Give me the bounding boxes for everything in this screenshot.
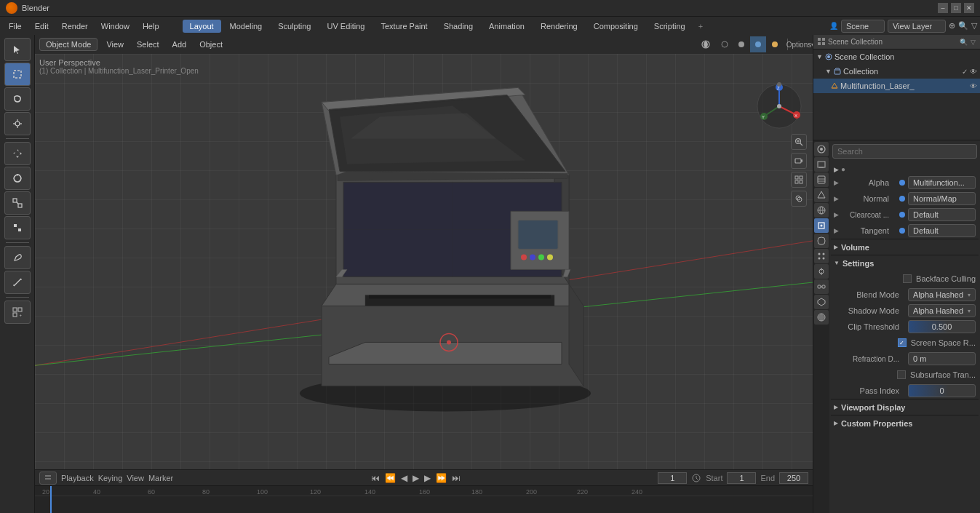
transform2-btn[interactable] bbox=[4, 216, 31, 239]
blend-mode-dropdown[interactable]: Alpha Hashed ▾ bbox=[908, 288, 976, 301]
marker-label[interactable]: Marker bbox=[148, 474, 173, 482]
workspace-texture-paint[interactable]: Texture Paint bbox=[373, 20, 434, 33]
object-menu-btn[interactable]: Object bbox=[195, 39, 227, 50]
custom-props-header[interactable]: ▶ Custom Properties bbox=[831, 415, 979, 431]
prop-tab-physics[interactable] bbox=[814, 264, 829, 279]
collection-row-item[interactable]: ▼ Collection ✓ 👁 bbox=[813, 64, 980, 79]
clearcoat-expand-arrow[interactable]: ▶ bbox=[834, 211, 842, 218]
prop-tab-modifiers[interactable] bbox=[814, 234, 829, 248]
jump-end-btn[interactable]: ⏭ bbox=[450, 472, 462, 485]
measure-btn[interactable] bbox=[4, 271, 31, 294]
end-frame-input[interactable] bbox=[779, 472, 808, 484]
prop-tab-object[interactable] bbox=[814, 218, 829, 233]
zoom-in-btn[interactable] bbox=[791, 134, 807, 150]
prop-tab-scene[interactable] bbox=[814, 188, 829, 202]
scale-btn[interactable] bbox=[4, 191, 31, 215]
prev-frame-btn[interactable]: ⏪ bbox=[383, 472, 397, 485]
outliner-search-btn[interactable]: 🔍 bbox=[960, 39, 968, 46]
lasso-select-btn[interactable] bbox=[4, 87, 31, 111]
current-frame-input[interactable] bbox=[658, 472, 687, 484]
workspace-animation[interactable]: Animation bbox=[482, 20, 532, 33]
prop-tab-view-layer[interactable] bbox=[814, 172, 829, 187]
shadow-mode-dropdown[interactable]: Alpha Hashed ▾ bbox=[908, 304, 976, 317]
prop-tab-world[interactable] bbox=[814, 203, 829, 218]
annotate-btn[interactable] bbox=[4, 246, 31, 269]
maximize-button[interactable]: □ bbox=[951, 3, 961, 13]
camera-btn[interactable] bbox=[791, 153, 807, 169]
prop-tab-particles[interactable] bbox=[814, 249, 829, 263]
collection-visible-icon[interactable]: ✓ bbox=[962, 68, 968, 76]
prop-tab-output[interactable] bbox=[814, 157, 829, 172]
clip-threshold-value[interactable]: 0.500 bbox=[908, 320, 976, 333]
play-btn[interactable]: ▶ bbox=[411, 472, 421, 485]
pass-index-value[interactable]: 0 bbox=[908, 384, 976, 397]
rotate-btn[interactable] bbox=[4, 167, 31, 190]
prop-search-input[interactable] bbox=[832, 144, 977, 159]
add-menu-btn[interactable]: Add bbox=[168, 39, 191, 50]
workspace-scripting[interactable]: Scripting bbox=[647, 20, 693, 33]
add-workspace-button[interactable]: + bbox=[694, 20, 707, 32]
backface-culling-checkbox[interactable] bbox=[903, 274, 912, 283]
keying-label[interactable]: Keying bbox=[98, 474, 123, 482]
material-expand-arrow[interactable]: ▶ bbox=[834, 166, 839, 173]
scene-collection-row[interactable]: ▼ Scene Collection bbox=[813, 49, 980, 64]
mesh-object-row[interactable]: Multifunction_Laser_ 👁 bbox=[813, 79, 980, 93]
expand-icon[interactable]: ⊕ bbox=[949, 21, 955, 31]
move-btn[interactable] bbox=[4, 142, 31, 165]
view-menu-tl-label[interactable]: View bbox=[127, 474, 144, 482]
workspace-shading[interactable]: Shading bbox=[437, 20, 480, 33]
select-menu-btn[interactable]: Select bbox=[132, 39, 164, 50]
search-topbar-button[interactable]: 🔍 bbox=[958, 21, 968, 31]
workspace-modeling[interactable]: Modeling bbox=[223, 20, 270, 33]
normal-expand-arrow[interactable]: ▶ bbox=[834, 195, 842, 202]
timeline-track[interactable]: 20 40 60 80 100 120 140 160 180 200 220 … bbox=[35, 486, 813, 513]
menu-render[interactable]: Render bbox=[56, 20, 94, 32]
filter-topbar-button[interactable]: ▽ bbox=[971, 21, 977, 31]
workspace-uv-editing[interactable]: UV Editing bbox=[319, 20, 372, 33]
viewport-container[interactable]: Object Mode View Select Add Object bbox=[35, 35, 813, 469]
prop-tab-material[interactable] bbox=[814, 310, 829, 325]
grid-btn[interactable] bbox=[791, 172, 807, 188]
viewport-display-header[interactable]: ▶ Viewport Display bbox=[831, 399, 979, 415]
close-button[interactable]: ✕ bbox=[964, 3, 974, 13]
minimize-button[interactable]: – bbox=[938, 3, 948, 13]
overlay-btn[interactable] bbox=[791, 191, 807, 207]
add-object-btn[interactable]: + bbox=[4, 301, 31, 324]
jump-start-btn[interactable]: ⏮ bbox=[370, 472, 381, 485]
subsurface-checkbox[interactable] bbox=[897, 370, 906, 379]
start-frame-input[interactable] bbox=[727, 472, 756, 484]
scene-selector[interactable] bbox=[841, 20, 885, 33]
view-layer-selector[interactable] bbox=[888, 20, 946, 33]
prop-tab-constraints[interactable] bbox=[814, 279, 829, 294]
normal-value[interactable]: Normal/Map bbox=[908, 192, 976, 205]
prop-tab-data[interactable] bbox=[814, 295, 829, 309]
playback-label[interactable]: Playback bbox=[61, 474, 94, 482]
menu-help[interactable]: Help bbox=[137, 20, 165, 32]
tangent-value[interactable]: Default bbox=[908, 224, 976, 237]
next-keyframe-btn[interactable]: ▶ bbox=[423, 472, 432, 485]
menu-edit[interactable]: Edit bbox=[29, 20, 55, 32]
solid-shading-btn[interactable] bbox=[733, 36, 749, 52]
next-frame-btn[interactable]: ⏩ bbox=[434, 472, 448, 485]
timeline-editor-icon[interactable] bbox=[39, 472, 57, 485]
alpha-value[interactable]: Multifunction... bbox=[908, 176, 976, 189]
viewport-canvas[interactable]: User Perspective (1) Collection | Multif… bbox=[35, 54, 813, 469]
menu-file[interactable]: File bbox=[3, 20, 28, 32]
refraction-value[interactable]: 0 m bbox=[908, 352, 976, 365]
collection-eye-icon[interactable]: 👁 bbox=[970, 68, 977, 76]
alpha-expand-arrow[interactable]: ▶ bbox=[834, 179, 842, 186]
volume-section-header[interactable]: ▶ Volume bbox=[831, 239, 979, 255]
screen-space-r-checkbox[interactable]: ✓ bbox=[898, 338, 907, 347]
select-tool-btn[interactable] bbox=[4, 63, 31, 86]
settings-section-header[interactable]: ▼ Settings bbox=[831, 255, 979, 271]
menu-window[interactable]: Window bbox=[95, 20, 135, 32]
workspace-layout[interactable]: Layout bbox=[183, 20, 221, 33]
workspace-compositing[interactable]: Compositing bbox=[586, 20, 645, 33]
view-menu-btn[interactable]: View bbox=[102, 39, 128, 50]
workspace-rendering[interactable]: Rendering bbox=[533, 20, 585, 33]
object-eye-icon[interactable]: 👁 bbox=[970, 82, 977, 90]
options-btn[interactable]: Options ▾ bbox=[792, 36, 808, 52]
prev-keyframe-btn[interactable]: ◀ bbox=[399, 472, 409, 485]
viewport-gizmo[interactable]: Z X Y bbox=[753, 80, 805, 132]
material-shading-btn[interactable] bbox=[750, 36, 766, 52]
